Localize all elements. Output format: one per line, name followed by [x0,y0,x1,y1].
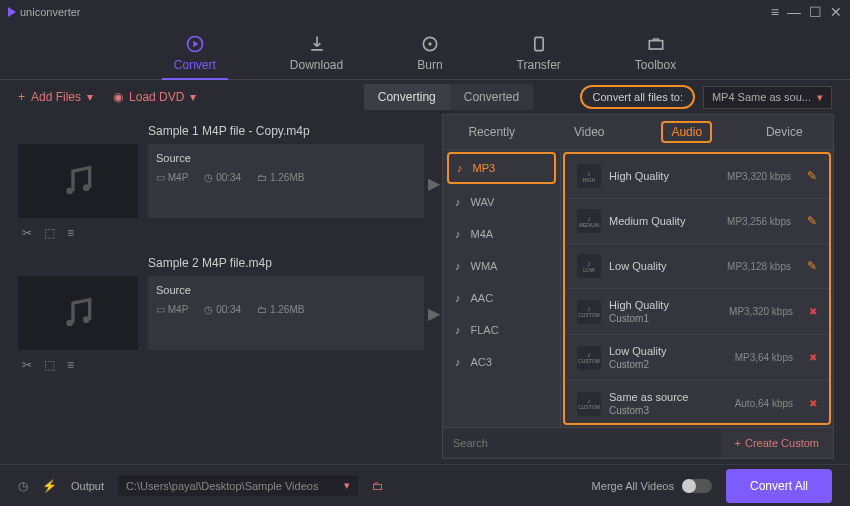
delete-icon[interactable]: ✖ [809,398,817,409]
duration: ◷ 00:34 [204,172,241,183]
svg-rect-4 [649,41,662,49]
arrow-icon: ▶ [428,174,440,193]
source-label: Source [156,152,416,164]
quality-name: High Quality [609,299,721,311]
quality-icon: ♪CUSTOM [577,392,601,416]
duration: ◷ 00:34 [204,304,241,315]
app-title: uniconverter [20,6,81,18]
quality-spec: MP3,64 kbps [735,352,793,363]
trim-icon[interactable]: ✂ [22,226,32,240]
quality-spec: MP3,128 kbps [727,261,791,272]
output-path-field[interactable]: C:\Users\payal\Desktop\Sample Videos▾ [118,475,358,496]
folder-icon[interactable]: 🗀 [372,479,384,493]
menu-icon[interactable]: ≡ [771,4,779,20]
merge-toggle[interactable] [682,479,712,493]
tab-converting[interactable]: Converting [364,84,450,110]
file-name: Sample 2 M4P file.m4p [18,256,424,270]
quality-item[interactable]: ♪MEDIUMMedium QualityMP3,256 kbps✎ [565,199,829,244]
minimize-icon[interactable]: — [787,4,801,20]
source-label: Source [156,284,416,296]
file-thumbnail[interactable] [18,276,138,350]
delete-icon[interactable]: ✖ [809,352,817,363]
svg-point-6 [83,184,90,191]
format-badge: ▭ M4P [156,304,188,315]
crop-icon[interactable]: ⬚ [44,226,55,240]
quality-item[interactable]: ♪CUSTOMSame as sourceCustom3Auto,64 kbps… [565,381,829,425]
nav-download[interactable]: Download [278,30,355,79]
maximize-icon[interactable]: ☐ [809,4,822,20]
quality-name: Same as source [609,391,727,403]
file-card: Sample 1 M4P file - Copy.m4p Source ▭ M4… [18,124,424,244]
svg-point-2 [428,42,431,45]
quality-name: Low Quality [609,345,727,357]
format-item-aac[interactable]: ♪AAC [443,282,560,314]
quality-name: Medium Quality [609,215,719,227]
nav-transfer[interactable]: Transfer [505,30,573,79]
toolbox-icon [646,34,666,54]
edit-icon[interactable]: ✎ [807,169,817,183]
format-item-mp3[interactable]: ♪MP3 [447,152,556,184]
svg-point-7 [66,320,73,327]
format-item-wav[interactable]: ♪WAV [443,186,560,218]
panel-tab-video[interactable]: Video [541,115,639,149]
panel-tab-recently[interactable]: Recently [443,115,541,149]
transfer-icon [529,34,549,54]
format-item-wma[interactable]: ♪WMA [443,250,560,282]
nav-convert[interactable]: Convert [162,30,228,79]
load-dvd-button[interactable]: ◉Load DVD▾ [113,90,196,104]
format-item-ac3[interactable]: ♪AC3 [443,346,560,378]
format-item-flac[interactable]: ♪FLAC [443,314,560,346]
chevron-down-icon: ▾ [190,90,196,104]
quality-name: Low Quality [609,260,719,272]
close-icon[interactable]: ✕ [830,4,842,20]
disc-icon: ◉ [113,90,123,104]
svg-rect-3 [535,37,543,50]
audio-format-icon: ♪ [457,162,463,174]
panel-tab-audio[interactable]: Audio [638,115,736,149]
file-card: Sample 2 M4P file.m4p Source ▭ M4P ◷ 00:… [18,256,424,376]
merge-label: Merge All Videos [592,480,674,492]
quality-item[interactable]: ♪HIGHHigh QualityMP3,320 kbps✎ [565,154,829,199]
audio-format-icon: ♪ [455,260,461,272]
quality-item[interactable]: ♪CUSTOMHigh QualityCustom1MP3,320 kbps✖ [565,289,829,335]
tab-converted[interactable]: Converted [450,84,533,110]
quality-name: High Quality [609,170,719,182]
nav-burn[interactable]: Burn [405,30,454,79]
audio-format-icon: ♪ [455,228,461,240]
create-custom-button[interactable]: +Create Custom [721,428,833,458]
add-files-button[interactable]: +Add Files▾ [18,90,93,104]
quality-icon: ♪LOW [577,254,601,278]
quality-item[interactable]: ♪LOWLow QualityMP3,128 kbps✎ [565,244,829,289]
quality-item[interactable]: ♪CUSTOMLow QualityCustom2MP3,64 kbps✖ [565,335,829,381]
crop-icon[interactable]: ⬚ [44,358,55,372]
bolt-icon[interactable]: ⚡ [42,479,57,493]
search-field[interactable] [453,437,711,449]
burn-icon [420,34,440,54]
clock-icon[interactable]: ◷ [18,479,28,493]
svg-point-8 [83,316,90,323]
trim-icon[interactable]: ✂ [22,358,32,372]
quality-icon: ♪CUSTOM [577,346,601,370]
file-thumbnail[interactable] [18,144,138,218]
format-item-m4a[interactable]: ♪M4A [443,218,560,250]
nav-toolbox[interactable]: Toolbox [623,30,688,79]
convert-all-button[interactable]: Convert All [726,469,832,503]
edit-icon[interactable]: ✎ [807,214,817,228]
delete-icon[interactable]: ✖ [809,306,817,317]
audio-format-icon: ♪ [455,324,461,336]
panel-tab-device[interactable]: Device [736,115,834,149]
audio-format-icon: ♪ [455,196,461,208]
audio-format-icon: ♪ [455,292,461,304]
audio-format-icon: ♪ [455,356,461,368]
download-icon [307,34,327,54]
settings-icon[interactable]: ≡ [67,226,74,240]
search-input[interactable] [443,428,721,458]
plus-icon: + [18,90,25,104]
target-format-dropdown[interactable]: MP4 Same as sou...▾ [703,86,832,109]
quality-spec: MP3,320 kbps [727,171,791,182]
logo-icon [8,7,16,17]
settings-icon[interactable]: ≡ [67,358,74,372]
edit-icon[interactable]: ✎ [807,259,817,273]
convert-all-to-button[interactable]: Convert all files to: [580,85,694,109]
chevron-down-icon: ▾ [87,90,93,104]
